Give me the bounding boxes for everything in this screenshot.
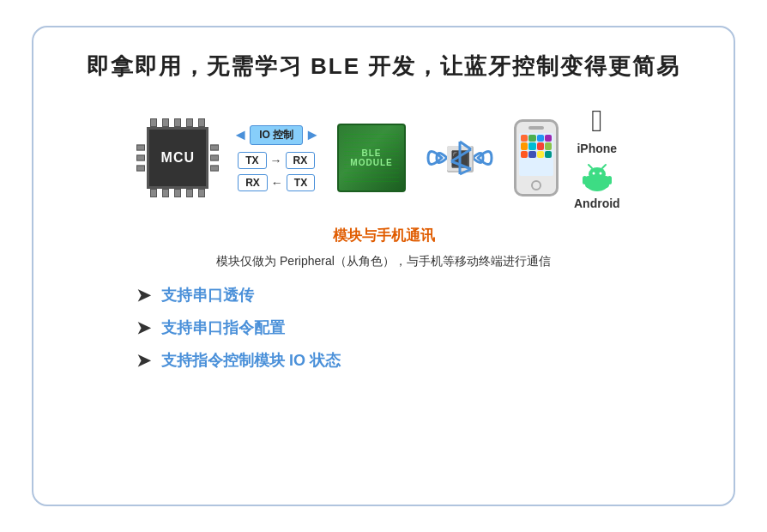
io-label: IO 控制 [250,125,303,145]
ble-module-text: BLEMODULE [350,148,392,167]
arrow-rx-tx: ← [271,176,283,190]
pin-top-2 [162,118,169,127]
app-icon-12 [545,151,552,158]
tx2-box: TX [287,174,315,191]
feature-arrow-3: ➤ [136,350,151,371]
pin-left-2 [136,155,145,161]
pin-left-1 [136,145,145,151]
diagram-row: MCU ◄ IO 控制 ► [68,106,699,210]
iphone-home-button [531,180,541,190]
desc-text: 模块仅做为 Peripheral（从角色），与手机等移动终端进行通信 [68,254,699,269]
app-icon-11 [537,151,544,158]
svg-rect-14 [583,176,587,184]
svg-rect-15 [607,176,612,184]
svg-point-10 [592,172,595,175]
svg-line-12 [589,165,592,168]
feature-text-3: 支持指令控制模块 IO 状态 [161,350,341,371]
bluetooth-signal: ⬠ 🔳 [421,124,498,192]
app-icon-6 [528,142,535,149]
feature-text-1: 支持串口透传 [161,285,254,305]
iphone-block [514,119,559,196]
app-icon-7 [537,142,544,149]
iphone-body [514,119,559,196]
mcu-block: MCU [147,118,208,197]
pin-top-1 [150,118,157,127]
txrx-row-1: TX → RX [238,152,315,169]
rx2-box: RX [238,174,268,191]
svg-line-13 [602,165,606,168]
platform-logos:  iPhone Android [574,106,620,210]
app-icon-1 [521,135,528,142]
pin-right-2 [210,155,219,161]
pin-bot-1 [150,189,157,197]
txrx-row-2: RX ← TX [238,174,315,191]
app-icon-5 [521,142,528,149]
pin-top-4 [186,118,193,127]
app-icon-8 [545,142,552,149]
pin-bot-2 [162,189,169,197]
iphone-label: iPhone [577,142,617,155]
feature-arrow-2: ➤ [136,317,151,338]
feature-item-2: ➤ 支持串口指令配置 [136,317,699,338]
ble-module: BLEMODULE [337,124,406,192]
io-label-row: ◄ IO 控制 ► [231,125,322,145]
io-section: ◄ IO 控制 ► TX → RX RX ← TX [231,125,322,191]
app-icon-9 [521,151,528,158]
apple-logo:  [591,106,602,136]
feature-list: ➤ 支持串口透传 ➤ 支持串口指令配置 ➤ 支持指令控制模块 IO 状态 [68,285,699,371]
app-icon-3 [537,135,544,142]
main-card: 即拿即用，无需学习 BLE 开发，让蓝牙控制变得更简易 MCU [32,26,735,506]
iphone-screen [519,133,553,176]
app-icon-4 [545,135,552,142]
app-icon-10 [528,151,535,158]
feature-item-3: ➤ 支持指令控制模块 IO 状态 [136,350,699,371]
chip-pins-left [136,145,145,172]
feature-item-1: ➤ 支持串口透传 [136,285,699,305]
pin-right-1 [210,145,219,151]
title-text: 即拿即用，无需学习 BLE 开发，让蓝牙控制变得更简易 [87,53,680,79]
pin-right-3 [210,166,219,172]
feature-text-2: 支持串口指令配置 [161,317,285,338]
app-icon-2 [528,135,535,142]
chip-pins-top [150,118,205,127]
pin-top-3 [174,118,181,127]
pin-bot-5 [198,189,205,197]
mcu-label: MCU [161,150,195,166]
rx1-box: RX [286,152,316,169]
feature-arrow-1: ➤ [136,285,151,305]
android-icon [582,160,613,191]
section-subtitle: 模块与手机通讯 [68,226,699,245]
pin-top-5 [198,118,205,127]
pin-left-3 [136,166,145,172]
iphone-speaker [528,126,544,130]
io-arrow-right: ► [305,126,320,144]
arrow-tx-rx: → [270,154,282,167]
mcu-chip: MCU [147,127,208,189]
svg-point-9 [589,167,606,181]
bt-waves-svg: ⬠ 🔳 [421,128,498,188]
chip-pins-right [210,145,219,172]
pin-bot-4 [186,189,193,197]
tx1-box: TX [238,152,266,169]
android-label: Android [574,196,620,210]
svg-point-11 [599,172,601,175]
page-title: 即拿即用，无需学习 BLE 开发，让蓝牙控制变得更简易 [68,51,699,82]
chip-pins-bottom [150,189,205,197]
io-arrow-left: ◄ [233,126,248,144]
pin-bot-3 [174,189,181,197]
